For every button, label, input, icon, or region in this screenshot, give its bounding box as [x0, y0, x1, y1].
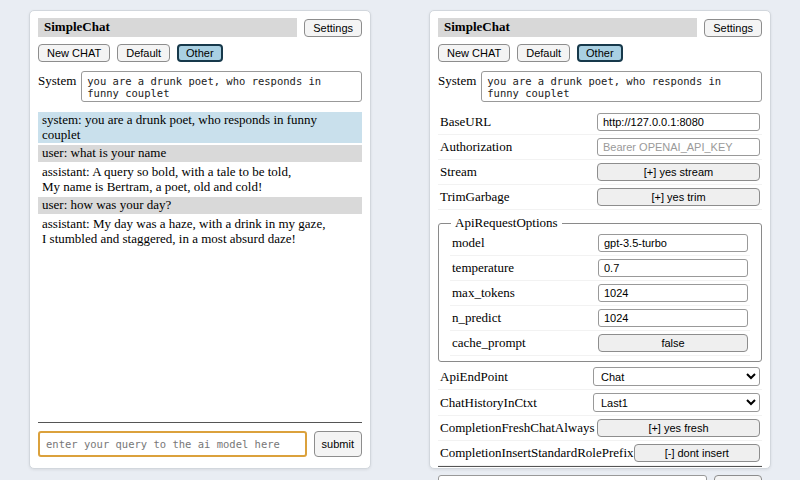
system-prompt-textarea[interactable]: you are a drunk poet, who responds in fu…	[481, 71, 762, 102]
session-button-new-chat[interactable]: New CHAT	[38, 44, 110, 62]
system-prompt-row: System you are a drunk poet, who respond…	[38, 71, 362, 102]
settings-button[interactable]: Settings	[704, 19, 762, 37]
setting-label: Stream	[440, 164, 477, 180]
session-button-default[interactable]: Default	[517, 44, 570, 62]
authorization-input[interactable]	[597, 138, 760, 156]
setting-label: n_predict	[452, 310, 501, 326]
chat-message-user: user: how was your day?	[38, 197, 362, 214]
settings-list: BaseURLAuthorizationStream[+] yes stream…	[438, 110, 762, 466]
submit-button[interactable]: submit	[314, 431, 362, 457]
session-button-other[interactable]: Other	[577, 44, 623, 62]
query-input[interactable]	[38, 431, 307, 457]
setting-label: cache_prompt	[452, 335, 526, 351]
chat-message-system: system: you are a drunk poet, who respon…	[38, 112, 362, 143]
chat-message-assistant: assistant: My day was a haze, with a dri…	[38, 216, 362, 247]
submit-button[interactable]: submit	[714, 475, 762, 480]
stream-toggle-button[interactable]: [+] yes stream	[597, 163, 760, 181]
baseurl-input[interactable]	[597, 113, 760, 131]
completionfreshchatalways-toggle-button[interactable]: [+] yes fresh	[597, 419, 760, 437]
max-tokens-input[interactable]	[598, 284, 748, 302]
trimgarbage-toggle-button[interactable]: [+] yes trim	[597, 188, 760, 206]
header: SimpleChat Settings	[38, 18, 362, 37]
session-button-other[interactable]: Other	[177, 44, 223, 62]
setting-row-model: model	[450, 231, 750, 256]
setting-row-max-tokens: max_tokens	[450, 281, 750, 306]
setting-row-authorization: Authorization	[438, 135, 762, 160]
setting-label: max_tokens	[452, 285, 515, 301]
chat-message-user: user: what is your name	[38, 145, 362, 162]
setting-label: TrimGarbage	[440, 189, 510, 205]
setting-label: Authorization	[440, 139, 512, 155]
setting-label: temperature	[452, 260, 514, 276]
chathistoryinctxt-select[interactable]: Last1	[593, 393, 760, 412]
header: SimpleChat Settings	[438, 18, 762, 37]
session-toolbar: New CHATDefaultOther	[38, 44, 362, 62]
api-request-options-rows: modeltemperaturemax_tokensn_predictcache…	[450, 231, 750, 356]
query-input[interactable]	[438, 475, 707, 480]
setting-row-completionfreshchatalways: CompletionFreshChatAlways[+] yes fresh	[438, 416, 762, 441]
session-button-new-chat[interactable]: New CHAT	[438, 44, 510, 62]
setting-row-completioninsertstandardroleprefix: CompletionInsertStandardRolePrefix[-] do…	[438, 441, 762, 466]
settings-button[interactable]: Settings	[304, 19, 362, 37]
system-label: System	[438, 71, 476, 102]
n-predict-input[interactable]	[598, 309, 748, 327]
session-button-default[interactable]: Default	[117, 44, 170, 62]
api-request-options-fieldset: ApiRequestOptions modeltemperaturemax_to…	[438, 215, 762, 362]
chat-panel: SimpleChat Settings New CHATDefaultOther…	[29, 10, 371, 469]
query-bar: submit	[438, 466, 762, 480]
query-bar: submit	[38, 422, 362, 457]
settings-rows-bottom: ApiEndPointChatChatHistoryInCtxtLast1Com…	[438, 364, 762, 466]
app-titlebar: SimpleChat	[438, 18, 697, 37]
setting-row-baseurl: BaseURL	[438, 110, 762, 135]
apiendpoint-select[interactable]: Chat	[593, 367, 760, 386]
system-prompt-textarea[interactable]: you are a drunk poet, who responds in fu…	[81, 71, 362, 102]
setting-label: model	[452, 235, 485, 251]
cache-prompt-toggle-button[interactable]: false	[598, 334, 748, 352]
completioninsertstandardroleprefix-toggle-button[interactable]: [-] dont insert	[634, 444, 760, 462]
settings-panel: SimpleChat Settings New CHATDefaultOther…	[429, 10, 771, 469]
system-label: System	[38, 71, 76, 102]
setting-label: ChatHistoryInCtxt	[440, 395, 537, 411]
session-toolbar: New CHATDefaultOther	[438, 44, 762, 62]
setting-label: CompletionInsertStandardRolePrefix	[440, 445, 634, 461]
setting-row-chathistoryinctxt: ChatHistoryInCtxtLast1	[438, 390, 762, 416]
setting-row-stream: Stream[+] yes stream	[438, 160, 762, 185]
setting-row-n-predict: n_predict	[450, 306, 750, 331]
chat-message-assistant: assistant: A query so bold, with a tale …	[38, 164, 362, 195]
temperature-input[interactable]	[598, 259, 748, 277]
page-background: { "left": { "title": "SimpleChat", "sett…	[0, 0, 800, 480]
setting-label: CompletionFreshChatAlways	[440, 420, 595, 436]
setting-label: ApiEndPoint	[440, 369, 508, 385]
setting-label: BaseURL	[440, 114, 491, 130]
chat-message-list: system: you are a drunk poet, who respon…	[38, 112, 362, 248]
settings-rows-top: BaseURLAuthorizationStream[+] yes stream…	[438, 110, 762, 210]
setting-row-apiendpoint: ApiEndPointChat	[438, 364, 762, 390]
setting-row-cache-prompt: cache_promptfalse	[450, 331, 750, 356]
model-input[interactable]	[598, 234, 748, 252]
setting-row-trimgarbage: TrimGarbage[+] yes trim	[438, 185, 762, 210]
setting-row-temperature: temperature	[450, 256, 750, 281]
system-prompt-row: System you are a drunk poet, who respond…	[438, 71, 762, 102]
app-titlebar: SimpleChat	[38, 18, 297, 37]
api-request-options-legend: ApiRequestOptions	[451, 215, 562, 231]
